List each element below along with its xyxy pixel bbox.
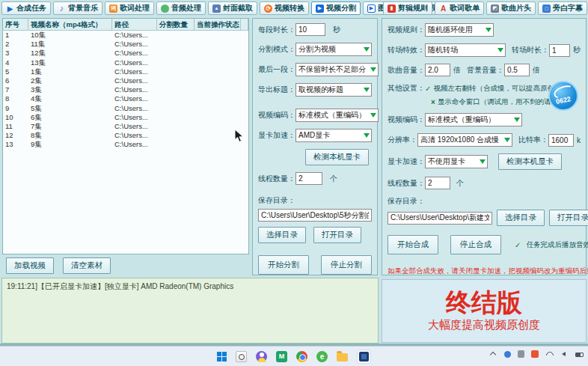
bg-volume-input[interactable]: [504, 64, 530, 76]
file-explorer-icon[interactable]: [337, 353, 348, 362]
tray-shield-icon[interactable]: [518, 350, 524, 358]
table-row[interactable]: 51集C:\Users...: [3, 67, 248, 76]
search-icon[interactable]: [236, 351, 247, 362]
song-volume-unit: 倍: [453, 65, 461, 76]
mix-encode-dropdown[interactable]: 标准模式（重编码）: [425, 113, 522, 126]
encode-dropdown[interactable]: 标准模式（重编码）: [295, 109, 379, 122]
tab-lyrics-playlist[interactable]: 歌词歌单: [435, 1, 484, 15]
dropdown-arrow-icon[interactable]: [495, 44, 505, 56]
start-button-icon[interactable]: [217, 352, 227, 362]
video-rule-dropdown[interactable]: 随机循环使用: [425, 23, 494, 37]
dropdown-arrow-icon[interactable]: [477, 156, 487, 168]
table-row[interactable]: 211集C:\Users...: [3, 40, 248, 49]
col-name[interactable]: 视频名称（mp4格式）: [28, 19, 112, 30]
resolution-dropdown[interactable]: 高清 1920x1080 合成慢: [417, 133, 512, 147]
dropdown-arrow-icon[interactable]: [368, 64, 378, 76]
tab-cover-capture[interactable]: 封面截取: [208, 1, 257, 15]
tab-background-music[interactable]: 背景音乐: [53, 1, 102, 15]
dropdown-arrow-icon[interactable]: [361, 129, 371, 141]
mix-detect-gpu-button[interactable]: 检测本机显卡: [498, 153, 562, 170]
dropdown-arrow-icon[interactable]: [483, 24, 493, 36]
mix-gpu-dropdown[interactable]: 不使用显卡: [425, 155, 488, 168]
table-row[interactable]: 62集C:\Users...: [3, 76, 248, 85]
stop-mix-button[interactable]: 停止合成: [450, 235, 501, 254]
volume-icon[interactable]: [560, 350, 569, 358]
tab-song-intro[interactable]: 歌曲片头: [486, 1, 536, 15]
flip-checkbox[interactable]: ✓: [425, 85, 431, 93]
table-row[interactable]: 95集C:\Users...: [3, 104, 248, 113]
transition-time-input[interactable]: [549, 44, 570, 57]
last-segment-dropdown[interactable]: 不保留时长不足部分: [295, 63, 379, 76]
start-mix-button[interactable]: 开始合成: [388, 235, 438, 254]
mix-open-dir-button[interactable]: 打开目录: [549, 210, 588, 226]
mail-app-icon[interactable]: [276, 351, 287, 362]
table-row[interactable]: 110集C:\Users...: [3, 31, 248, 40]
dropdown-arrow-icon[interactable]: [502, 134, 512, 146]
mix-save-dir-label: 保存目录：: [388, 196, 425, 207]
tray-pin-icon[interactable]: [504, 351, 511, 358]
bitrate-input[interactable]: [548, 134, 574, 147]
tab-lyrics-processing[interactable]: 歌词处理: [105, 1, 154, 15]
tray-alert-icon[interactable]: [531, 350, 539, 358]
mix-threads-input[interactable]: [425, 177, 450, 189]
wifi-icon[interactable]: [545, 350, 554, 358]
table-row[interactable]: 106集C:\Users...: [3, 113, 248, 122]
table-row[interactable]: 73集C:\Users...: [3, 85, 248, 94]
active-app-icon[interactable]: [359, 352, 369, 362]
browser-360-icon[interactable]: [316, 351, 328, 362]
sound-option-text[interactable]: 任务完成后播放音效: [526, 240, 588, 250]
dropdown-arrow-icon[interactable]: [368, 109, 378, 121]
duration-input[interactable]: [295, 23, 325, 36]
tab-narration-subtitle[interactable]: 旁白字幕: [538, 1, 587, 15]
col-path[interactable]: 路径: [112, 19, 157, 30]
col-status[interactable]: 当前操作状态: [195, 19, 241, 30]
tab-compose-task[interactable]: 合成任务: [1, 1, 51, 15]
dropdown-arrow-icon[interactable]: [361, 84, 371, 96]
save-dir-input[interactable]: [258, 209, 372, 222]
battery-icon[interactable]: [575, 353, 584, 357]
transition-dropdown[interactable]: 随机转场: [425, 43, 506, 57]
start-split-button[interactable]: 开始分割: [258, 255, 309, 275]
table-row[interactable]: 117集C:\Users...: [3, 122, 248, 131]
music-icon: [58, 4, 66, 13]
other-settings-label: 其他设置：: [388, 83, 425, 94]
export-title-dropdown[interactable]: 取视频的标题: [295, 83, 372, 97]
gpu-dropdown[interactable]: AMD显卡: [295, 129, 372, 142]
tab-audio-processing[interactable]: 音频处理: [156, 1, 206, 15]
sound-checkbox[interactable]: ✓: [515, 241, 521, 249]
rules-icon: [388, 4, 396, 13]
contacts-app-icon[interactable]: [256, 351, 267, 362]
split-mode-dropdown[interactable]: 分割为视频: [295, 43, 372, 56]
tab-label: 封面截取: [223, 3, 253, 13]
load-videos-button[interactable]: 加载视频: [6, 257, 54, 274]
table-row[interactable]: 84集C:\Users...: [3, 94, 248, 103]
tab-label: 旁白字幕: [553, 3, 583, 13]
table-row[interactable]: 312集C:\Users...: [3, 49, 248, 58]
stop-split-button[interactable]: 停止分割: [321, 255, 372, 275]
watermark-badge: 0622: [548, 81, 578, 111]
tab-video-split[interactable]: 视频分割: [311, 1, 361, 15]
tab-edit-rules[interactable]: 剪辑规则: [383, 1, 432, 15]
open-dir-button[interactable]: 打开目录: [313, 227, 361, 243]
clear-materials-button[interactable]: 清空素材: [63, 257, 111, 274]
mix-save-dir-input[interactable]: [388, 212, 492, 225]
tab-video-convert[interactable]: 视频转换: [260, 1, 309, 15]
choose-dir-button[interactable]: 选择目录: [258, 227, 306, 243]
song-volume-input[interactable]: [425, 64, 450, 76]
convert-icon: [264, 4, 272, 13]
cmd-window-checkbox[interactable]: ×: [431, 98, 435, 106]
image-video-icon: [367, 4, 376, 13]
tray-expand-icon[interactable]: [489, 350, 497, 358]
chrome-icon[interactable]: [296, 351, 307, 362]
table-row[interactable]: 128集C:\Users...: [3, 131, 248, 140]
mix-choose-dir-button[interactable]: 选择目录: [497, 210, 545, 226]
dropdown-arrow-icon[interactable]: [512, 114, 521, 126]
table-row[interactable]: 139集C:\Users...: [3, 140, 248, 149]
table-row[interactable]: 413集C:\Users...: [3, 58, 248, 67]
tab-label: 背景音乐: [68, 3, 98, 13]
dropdown-arrow-icon[interactable]: [361, 43, 371, 55]
col-index[interactable]: 序号: [3, 19, 28, 30]
detect-gpu-button[interactable]: 检测本机显卡: [305, 149, 369, 165]
col-split-count[interactable]: 分割数量: [157, 19, 195, 30]
threads-input[interactable]: [295, 172, 322, 185]
